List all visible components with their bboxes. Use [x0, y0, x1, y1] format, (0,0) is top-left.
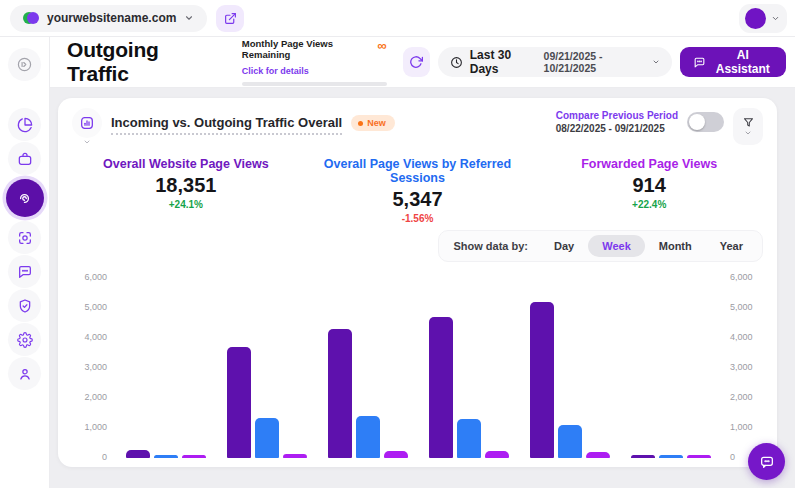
ai-assistant-label: AI Assistant: [713, 48, 773, 76]
bar-group: [217, 278, 318, 458]
avatar: [745, 8, 766, 29]
sidebar-item-business[interactable]: [8, 142, 41, 175]
pie-chart-icon: [17, 117, 33, 133]
user-icon: [17, 366, 33, 382]
page-header: Outgoing Traffic Monthly Page Views Rema…: [50, 37, 795, 88]
metrics-row: Overall Website Page Views 18,351 +24.1%…: [70, 146, 765, 230]
compare-toggle[interactable]: [687, 112, 724, 132]
support-chat-button[interactable]: [748, 443, 785, 480]
y-axis-tick: 4,000: [730, 332, 753, 342]
x-axis-label: 10/20/2025- 10/20/2025: [620, 464, 721, 467]
metric-delta: +22.4%: [533, 199, 765, 210]
date-preset: Last 30 Days: [470, 48, 535, 76]
chevron-down-icon: [652, 58, 660, 66]
y-axis-tick: 5,000: [84, 302, 107, 312]
traffic-bar-chart: 01,0002,0003,0004,0005,0006,000 09/21/20…: [70, 262, 765, 467]
granularity-month[interactable]: Month: [645, 235, 706, 257]
sidebar-item-tracking[interactable]: [8, 221, 41, 254]
granularity-label: Show data by:: [453, 240, 528, 252]
ai-assistant-button[interactable]: AI Assistant: [680, 47, 786, 77]
granularity-day[interactable]: Day: [540, 235, 588, 257]
granularity-week[interactable]: Week: [588, 235, 645, 257]
account-menu[interactable]: [739, 4, 787, 33]
sidebar-item-profile[interactable]: [8, 357, 41, 390]
sidebar-item-security[interactable]: [8, 289, 41, 322]
granularity-switcher: Show data by: Day Week Month Year: [438, 230, 763, 262]
card-title[interactable]: Incoming vs. Outgoing Traffic Overall: [111, 115, 342, 135]
bar-website[interactable]: [328, 329, 352, 458]
metric-delta: +24.1%: [70, 199, 302, 210]
new-badge: New: [351, 115, 395, 131]
bar-chart-icon: [72, 108, 102, 138]
compare-range: 08/22/2025 - 09/21/2025: [556, 123, 678, 134]
x-axis-label: 10/06/2025- 10/12/2025: [418, 464, 519, 467]
chat-icon: [693, 56, 706, 69]
sidebar: [0, 37, 50, 488]
metric-overall-website-page-views: Overall Website Page Views 18,351 +24.1%: [70, 157, 302, 224]
bar-group: [620, 278, 721, 458]
x-axis-label: 09/22/2025- 09/28/2025: [217, 464, 318, 467]
bar-forwarded[interactable]: [182, 455, 206, 458]
collapse-sidebar-button[interactable]: [8, 48, 41, 81]
y-axis-tick: 5,000: [730, 302, 753, 312]
quota-progress-bar: [242, 82, 387, 86]
open-site-button[interactable]: [216, 5, 244, 32]
bar-website[interactable]: [126, 450, 150, 458]
bar-website[interactable]: [429, 317, 453, 458]
bar-referred[interactable]: [356, 416, 380, 458]
y-axis-tick: 4,000: [84, 332, 107, 342]
y-axis-tick: 3,000: [84, 362, 107, 372]
page-title: Outgoing Traffic: [67, 38, 211, 86]
card-icon-button[interactable]: [72, 108, 102, 146]
bar-forwarded[interactable]: [485, 451, 509, 458]
bar-group: [418, 278, 519, 458]
bar-group: [519, 278, 620, 458]
quota-value: ∞: [377, 38, 386, 54]
bar-forwarded[interactable]: [687, 455, 711, 458]
monthly-quota-widget: Monthly Page Views Remaining Click for d…: [242, 38, 387, 86]
sidebar-item-messages[interactable]: [8, 255, 41, 288]
filter-button[interactable]: [733, 108, 763, 145]
quota-title: Monthly Page Views Remaining: [242, 38, 378, 60]
chevron-down-icon: [83, 138, 91, 146]
bar-referred[interactable]: [255, 418, 279, 459]
compare-previous-period: Compare Previous Period 08/22/2025 - 09/…: [556, 110, 724, 134]
bar-referred[interactable]: [457, 419, 481, 458]
bar-forwarded[interactable]: [586, 452, 610, 458]
clock-icon: [450, 56, 463, 69]
compare-label: Compare Previous Period: [556, 110, 678, 121]
date-range-picker[interactable]: Last 30 Days 09/21/2025 - 10/21/2025: [438, 47, 672, 77]
chat-icon: [17, 264, 33, 280]
refresh-button[interactable]: [403, 47, 430, 77]
bar-forwarded[interactable]: [283, 454, 307, 459]
x-axis-label: 09/29/2025- 10/05/2025: [318, 464, 419, 467]
site-favicon-icon: [23, 11, 39, 26]
bar-website[interactable]: [227, 347, 251, 458]
x-axis: 09/21/2025- 09/21/202509/22/2025- 09/28/…: [116, 464, 721, 467]
y-axis-tick: 0: [102, 452, 107, 462]
sidebar-item-analytics[interactable]: [8, 108, 41, 141]
metric-value: 5,347: [302, 188, 534, 211]
bar-referred[interactable]: [558, 425, 582, 458]
traffic-overview-card: Incoming vs. Outgoing Traffic Overall Ne…: [58, 98, 777, 467]
metric-delta: -1.56%: [302, 213, 534, 224]
gear-icon: [17, 332, 33, 348]
sidebar-item-settings[interactable]: [8, 323, 41, 356]
quota-details-link[interactable]: Click for details: [242, 66, 309, 76]
bar-referred[interactable]: [659, 455, 683, 458]
y-axis-tick: 6,000: [730, 272, 753, 282]
chat-icon: [759, 454, 775, 470]
granularity-year[interactable]: Year: [706, 235, 757, 257]
site-selector[interactable]: yourwebsitename.com: [10, 5, 207, 32]
bar-referred[interactable]: [154, 455, 178, 458]
chevron-down-icon: [184, 13, 194, 23]
bar-website[interactable]: [631, 455, 655, 458]
y-axis-tick: 3,000: [730, 362, 753, 372]
y-axis-tick: 2,000: [84, 392, 107, 402]
sidebar-item-outgoing-traffic[interactable]: [6, 179, 44, 217]
bar-forwarded[interactable]: [384, 451, 408, 458]
chevron-down-icon: [744, 129, 752, 137]
y-axis-tick: 1,000: [84, 422, 107, 432]
bar-website[interactable]: [530, 302, 554, 458]
y-axis-right: 01,0002,0003,0004,0005,0006,000: [721, 278, 763, 458]
